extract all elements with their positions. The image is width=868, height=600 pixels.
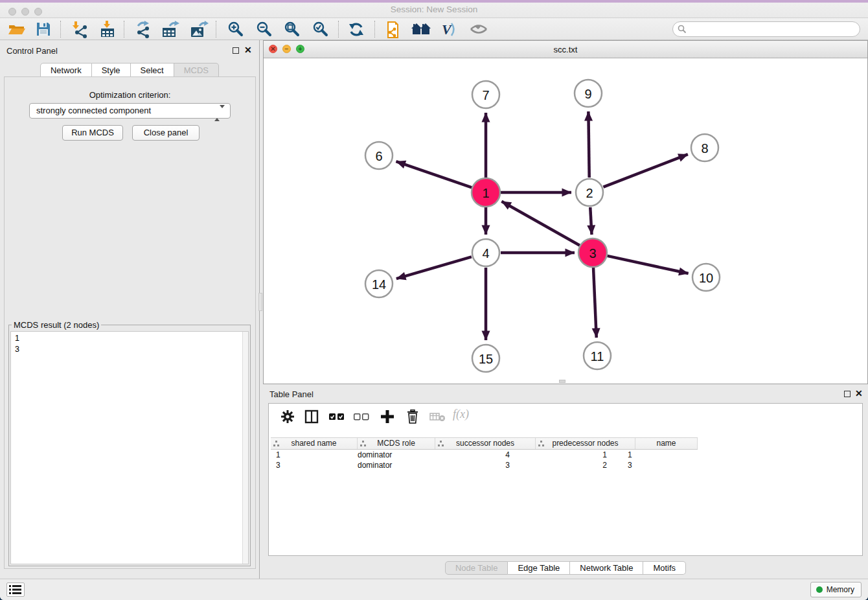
close-panel-icon[interactable]: ✕ bbox=[244, 45, 252, 55]
table-cell[interactable]: 1 bbox=[518, 450, 612, 460]
tab-network-table[interactable]: Network Table bbox=[570, 561, 643, 575]
open-session-icon[interactable] bbox=[8, 21, 27, 38]
mcds-result-area[interactable]: 13 bbox=[10, 331, 249, 564]
node-6[interactable]: 6 bbox=[365, 142, 393, 169]
select-all-checkboxes-icon[interactable] bbox=[328, 410, 345, 425]
column-header-MCDS-role[interactable]: MCDS role bbox=[358, 438, 435, 449]
svg-text:2: 2 bbox=[586, 186, 593, 200]
table-toolbar: f(x) bbox=[269, 404, 862, 431]
network-splitter-handle[interactable] bbox=[559, 380, 565, 383]
svg-text:8: 8 bbox=[701, 141, 708, 156]
edge-3-10[interactable] bbox=[607, 256, 688, 273]
column-header-shared-name[interactable]: shared name bbox=[271, 438, 358, 449]
save-session-icon[interactable] bbox=[35, 21, 54, 38]
svg-text:9: 9 bbox=[584, 87, 591, 101]
tab-mcds[interactable]: MCDS bbox=[174, 63, 219, 77]
node-7[interactable]: 7 bbox=[472, 81, 499, 108]
close-panel-button[interactable]: Close panel bbox=[132, 125, 200, 141]
control-panel-title: Control Panel bbox=[6, 46, 58, 56]
tab-select[interactable]: Select bbox=[131, 63, 174, 77]
hide-graphics-details-icon[interactable] bbox=[469, 21, 488, 38]
node-2[interactable]: 2 bbox=[576, 179, 603, 206]
table-cell[interactable]: 3 bbox=[271, 460, 352, 470]
node-8[interactable]: 8 bbox=[691, 134, 718, 161]
table-cell[interactable]: 1 bbox=[612, 450, 659, 460]
edge-1-6[interactable] bbox=[396, 161, 472, 187]
zoom-fit-icon[interactable] bbox=[283, 21, 303, 38]
show-columns-icon[interactable] bbox=[304, 410, 321, 425]
table-cell[interactable]: 4 bbox=[425, 450, 518, 460]
delete-column-icon[interactable] bbox=[406, 410, 423, 425]
result-scrollbar[interactable] bbox=[242, 332, 248, 564]
table-row[interactable]: 3dominator323 bbox=[271, 460, 862, 470]
network-canvas[interactable]: 7968124314101511 bbox=[264, 58, 867, 384]
table-cell[interactable]: 3 bbox=[425, 460, 518, 470]
edge-3-11[interactable] bbox=[593, 268, 597, 338]
panel-splitter-handle[interactable] bbox=[258, 293, 262, 311]
import-table-icon[interactable] bbox=[98, 21, 118, 38]
network-window-titlebar[interactable]: ✕ − + scc.txt bbox=[264, 41, 867, 58]
tab-style[interactable]: Style bbox=[92, 63, 131, 77]
control-panel-tabs: NetworkStyleSelectMCDS bbox=[0, 63, 259, 77]
search-input[interactable] bbox=[690, 23, 856, 36]
node-10[interactable]: 10 bbox=[692, 264, 720, 291]
add-column-icon[interactable] bbox=[380, 410, 397, 425]
zoom-selected-icon[interactable] bbox=[312, 21, 331, 38]
edge-2-3[interactable] bbox=[590, 207, 591, 235]
export-image-icon[interactable] bbox=[189, 21, 209, 38]
memory-button[interactable]: Memory bbox=[810, 582, 862, 597]
main-toolbar: V bbox=[0, 18, 868, 40]
search-field[interactable] bbox=[672, 21, 860, 37]
node-11[interactable]: 11 bbox=[584, 342, 611, 369]
home-icon[interactable] bbox=[411, 21, 430, 38]
float-panel-icon[interactable] bbox=[233, 47, 239, 54]
titlebar: Session: New Session bbox=[0, 0, 868, 18]
memory-label: Memory bbox=[827, 585, 854, 594]
node-14[interactable]: 14 bbox=[365, 270, 393, 297]
run-mcds-button[interactable]: Run MCDS bbox=[62, 125, 123, 141]
table-row[interactable]: 1dominator411 bbox=[271, 450, 862, 460]
table-cell[interactable]: 2 bbox=[518, 460, 612, 470]
column-header-predecessor-nodes[interactable]: predecessor nodes bbox=[536, 438, 635, 449]
node-9[interactable]: 9 bbox=[575, 80, 602, 107]
toolbar-separator bbox=[374, 21, 375, 38]
table-header-row: shared nameMCDS rolesuccessor nodesprede… bbox=[271, 437, 698, 450]
deselect-all-checkboxes-icon[interactable] bbox=[353, 410, 370, 425]
edge-3-1[interactable] bbox=[501, 202, 580, 246]
close-table-panel-icon[interactable]: ✕ bbox=[855, 388, 863, 398]
edge-2-8[interactable] bbox=[603, 154, 687, 187]
control-panel: Control Panel ✕ NetworkStyleSelectMCDS O… bbox=[0, 40, 260, 579]
node-4[interactable]: 4 bbox=[472, 239, 499, 266]
table-cell[interactable]: dominator bbox=[352, 460, 425, 470]
tab-network[interactable]: Network bbox=[40, 63, 92, 77]
zoom-in-icon[interactable] bbox=[227, 21, 246, 38]
table-cell[interactable]: 1 bbox=[271, 450, 352, 460]
zoom-out-icon[interactable] bbox=[255, 21, 275, 38]
shared-column-icon bbox=[275, 441, 277, 443]
optimization-criterion-label: Optimization criterion: bbox=[5, 90, 255, 100]
edge-4-14[interactable] bbox=[396, 257, 472, 279]
import-network-icon[interactable] bbox=[69, 21, 89, 38]
network-from-file-icon[interactable] bbox=[383, 21, 403, 38]
refresh-layout-icon[interactable] bbox=[347, 21, 367, 38]
export-network-icon[interactable] bbox=[133, 21, 152, 38]
edge-2-9[interactable] bbox=[588, 111, 589, 178]
task-history-button[interactable] bbox=[6, 583, 25, 597]
table-cell[interactable]: 3 bbox=[612, 460, 659, 470]
table-settings-icon[interactable] bbox=[280, 410, 297, 425]
column-header-name[interactable]: name bbox=[635, 438, 698, 449]
node-1[interactable]: 1 bbox=[472, 178, 500, 207]
export-table-icon[interactable] bbox=[161, 21, 180, 38]
table-cell[interactable]: dominator bbox=[352, 450, 425, 460]
criterion-select[interactable]: strongly connected component bbox=[29, 103, 231, 119]
tab-motifs[interactable]: Motifs bbox=[643, 561, 686, 575]
svg-text:4: 4 bbox=[482, 246, 489, 260]
tab-edge-table[interactable]: Edge Table bbox=[508, 561, 570, 575]
svg-text:7: 7 bbox=[482, 88, 489, 102]
float-table-panel-icon[interactable] bbox=[844, 391, 851, 397]
node-3[interactable]: 3 bbox=[578, 238, 607, 267]
show-style-preview-icon[interactable]: V bbox=[440, 21, 460, 38]
node-15[interactable]: 15 bbox=[472, 345, 499, 372]
column-header-successor-nodes[interactable]: successor nodes bbox=[435, 438, 536, 449]
tab-node-table[interactable]: Node Table bbox=[445, 561, 508, 575]
